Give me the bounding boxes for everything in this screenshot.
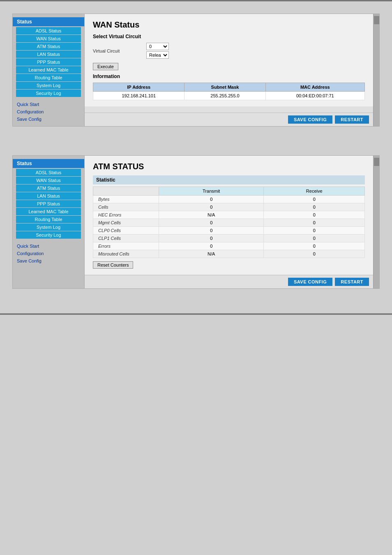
atm-row-receive: 0 xyxy=(264,219,365,227)
vc-action-select[interactable]: Release xyxy=(146,51,169,59)
sidebar-item-atm-status[interactable]: ATM Status xyxy=(16,43,81,50)
main-content-1: WAN Status Select Virtual Circuit Virtua… xyxy=(85,14,373,126)
table-row: 192.168.241.101 255.255.255.0 00:04:ED:0… xyxy=(93,92,365,100)
save-config-button-2[interactable]: SAVE CONFIG xyxy=(288,278,332,286)
atm-row-transmit: N/A xyxy=(159,211,264,219)
page-wrapper: Status ADSL Status WAN Status ATM Status… xyxy=(0,0,392,315)
sidebar-item-learned-mac-table[interactable]: Learned MAC Table xyxy=(16,66,81,74)
atm-status-content: ATM STATUS Statistic Transmit Receive By… xyxy=(85,156,373,275)
atm-table-row: Mgmt Cells00 xyxy=(93,219,365,227)
sidebar-item-atm-status-2[interactable]: ATM Status xyxy=(16,184,81,192)
atm-row-receive: 0 xyxy=(264,203,365,211)
section-1: Status ADSL Status WAN Status ATM Status… xyxy=(0,5,392,147)
atm-table-row: CLP0 Cells00 xyxy=(93,227,365,235)
atm-row-receive: 0 xyxy=(264,227,365,235)
atm-row-label: CLP1 Cells xyxy=(93,235,159,242)
sidebar-item-security-log[interactable]: Security Log xyxy=(16,90,81,97)
sidebar-item-adsl-status[interactable]: ADSL Status xyxy=(16,27,81,35)
scrollbar-2[interactable] xyxy=(373,156,379,288)
panel-1: Status ADSL Status WAN Status ATM Status… xyxy=(12,14,380,127)
atm-row-receive: 0 xyxy=(264,235,365,242)
section-2: Status ADSL Status WAN Status ATM Status… xyxy=(0,147,392,309)
information-label: Information xyxy=(93,74,365,79)
cell-mac: 00:04:ED:00:07:71 xyxy=(265,92,364,100)
sidebar-item-wan-status-2[interactable]: WAN Status xyxy=(16,177,81,184)
wan-status-title: WAN Status xyxy=(93,20,365,30)
statistic-label: Statistic xyxy=(93,175,365,184)
atm-row-receive: 0 xyxy=(264,211,365,219)
atm-row-label: Errors xyxy=(93,242,159,250)
col-ip: IP Address xyxy=(93,83,184,92)
atm-table-row: Bytes00 xyxy=(93,196,365,203)
wan-status-content: WAN Status Select Virtual Circuit Virtua… xyxy=(85,14,373,106)
col-subnet: Subnet Mask xyxy=(184,83,265,92)
bottom-rule xyxy=(0,313,392,315)
bottom-bar-2: SAVE CONFIG RESTART xyxy=(85,275,373,288)
sidebar-item-configuration-2[interactable]: Configuration xyxy=(13,250,84,257)
atm-table-row: Cells00 xyxy=(93,203,365,211)
atm-row-transmit: 0 xyxy=(159,203,264,211)
atm-row-label: Misrouted Cells xyxy=(93,250,159,258)
atm-row-label: Bytes xyxy=(93,196,159,203)
sidebar-2: Status ADSL Status WAN Status ATM Status… xyxy=(13,156,85,288)
select-vc-label: Select Virtual Circuit xyxy=(93,34,365,39)
cell-ip: 192.168.241.101 xyxy=(93,92,184,100)
atm-row-receive: 0 xyxy=(264,250,365,258)
atm-table-row: Misrouted CellsN/A0 xyxy=(93,250,365,258)
atm-table-row: HEC ErrorsN/A0 xyxy=(93,211,365,219)
atm-stats-table: Transmit Receive Bytes00Cells00HEC Error… xyxy=(93,187,365,258)
sidebar-item-system-log-2[interactable]: System Log xyxy=(16,223,81,231)
col-transmit: Transmit xyxy=(159,187,264,196)
sidebar-item-wan-status[interactable]: WAN Status xyxy=(16,35,81,42)
scrollbar-thumb-1 xyxy=(374,16,379,24)
atm-row-receive: 0 xyxy=(264,196,365,203)
scrollbar-1[interactable] xyxy=(373,14,379,126)
atm-row-transmit: 0 xyxy=(159,227,264,235)
sidebar-item-routing-table[interactable]: Routing Table xyxy=(16,74,81,81)
cell-subnet: 255.255.255.0 xyxy=(184,92,265,100)
atm-row-label: HEC Errors xyxy=(93,211,159,219)
sidebar-item-configuration[interactable]: Configuration xyxy=(13,108,84,115)
execute-button[interactable]: Execute xyxy=(93,63,118,70)
atm-row-label: CLP0 Cells xyxy=(93,227,159,235)
sidebar-item-save-config-2[interactable]: Save Config xyxy=(13,257,84,265)
sidebar-item-learned-mac-table-2[interactable]: Learned MAC Table xyxy=(16,208,81,215)
atm-row-transmit: 0 xyxy=(159,242,264,250)
save-config-button-1[interactable]: SAVE CONFIG xyxy=(288,115,332,124)
atm-row-receive: 0 xyxy=(264,242,365,250)
panel-2: Status ADSL Status WAN Status ATM Status… xyxy=(12,155,380,289)
bottom-bar-1: SAVE CONFIG RESTART xyxy=(85,113,373,126)
sidebar-1: Status ADSL Status WAN Status ATM Status… xyxy=(13,14,85,126)
sidebar-item-save-config[interactable]: Save Config xyxy=(13,115,84,123)
sidebar-item-security-log-2[interactable]: Security Log xyxy=(16,231,81,239)
vc-label: Virtual Circuit xyxy=(93,48,146,53)
col-empty xyxy=(93,187,159,196)
sidebar-group-label-2: Status xyxy=(13,159,84,168)
sidebar-item-quick-start-2[interactable]: Quick Start xyxy=(13,242,84,250)
sidebar-item-lan-status-2[interactable]: LAN Status xyxy=(16,192,81,200)
sidebar-item-lan-status[interactable]: LAN Status xyxy=(16,51,81,58)
restart-button-1[interactable]: RESTART xyxy=(335,115,369,124)
col-mac: MAC Address xyxy=(265,83,364,92)
sidebar-item-system-log[interactable]: System Log xyxy=(16,82,81,89)
sidebar-item-routing-table-2[interactable]: Routing Table xyxy=(16,216,81,223)
wan-info-table: IP Address Subnet Mask MAC Address 192.1… xyxy=(93,83,365,100)
reset-counters-button[interactable]: Reset Counters xyxy=(93,261,133,269)
top-rule xyxy=(0,0,392,1)
atm-status-title: ATM STATUS xyxy=(93,162,365,171)
scrollbar-thumb-2 xyxy=(374,158,379,166)
col-receive: Receive xyxy=(264,187,365,196)
atm-row-label: Cells xyxy=(93,203,159,211)
vc-controls: 0 Release xyxy=(146,43,169,59)
vc-number-select[interactable]: 0 xyxy=(146,43,169,50)
atm-table-row: Errors00 xyxy=(93,242,365,250)
sidebar-item-ppp-status[interactable]: PPP Status xyxy=(16,58,81,66)
sidebar-item-quick-start[interactable]: Quick Start xyxy=(13,101,84,108)
restart-button-2[interactable]: RESTART xyxy=(335,278,369,286)
atm-row-transmit: 0 xyxy=(159,196,264,203)
atm-row-label: Mgmt Cells xyxy=(93,219,159,227)
virtual-circuit-row: Virtual Circuit 0 Release xyxy=(93,43,365,59)
atm-row-transmit: N/A xyxy=(159,250,264,258)
sidebar-item-ppp-status-2[interactable]: PPP Status xyxy=(16,200,81,207)
sidebar-item-adsl-status-2[interactable]: ADSL Status xyxy=(16,169,81,176)
